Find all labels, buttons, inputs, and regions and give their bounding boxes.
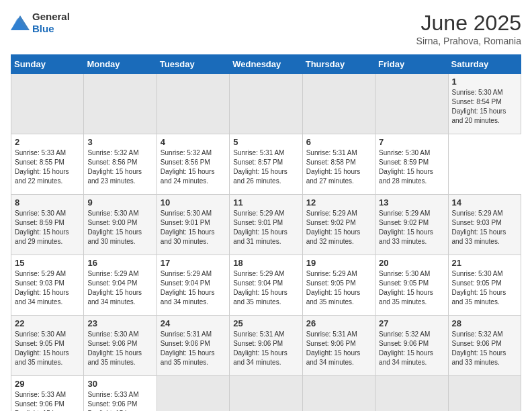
calendar-cell bbox=[11, 74, 84, 134]
day-info: Sunrise: 5:31 AMSunset: 9:06 PMDaylight:… bbox=[233, 330, 287, 366]
day-number: 12 bbox=[306, 197, 371, 208]
day-number: 27 bbox=[379, 318, 444, 328]
day-info: Sunrise: 5:33 AMSunset: 9:06 PMDaylight:… bbox=[15, 391, 69, 411]
weekday-header: Sunday bbox=[11, 55, 84, 74]
day-info: Sunrise: 5:30 AMSunset: 8:59 PMDaylight:… bbox=[15, 210, 69, 245]
calendar-cell: 18 Sunrise: 5:29 AMSunset: 9:04 PMDaylig… bbox=[230, 255, 302, 316]
calendar-cell: 15 Sunrise: 5:29 AMSunset: 9:03 PMDaylig… bbox=[11, 255, 84, 316]
day-info: Sunrise: 5:32 AMSunset: 8:56 PMDaylight:… bbox=[87, 149, 142, 185]
calendar-cell bbox=[230, 376, 302, 412]
calendar-cell: 4 Sunrise: 5:32 AMSunset: 8:56 PMDayligh… bbox=[157, 134, 229, 195]
day-number: 24 bbox=[161, 318, 226, 328]
day-number: 22 bbox=[15, 318, 80, 328]
calendar-cell: 6 Sunrise: 5:31 AMSunset: 8:58 PMDayligh… bbox=[302, 134, 375, 195]
day-number: 10 bbox=[161, 197, 226, 208]
logo-general: General bbox=[32, 11, 70, 22]
day-number: 1 bbox=[452, 77, 517, 87]
day-number: 15 bbox=[15, 258, 80, 268]
location: Sirna, Prahova, Romania bbox=[416, 36, 521, 46]
day-number: 13 bbox=[379, 197, 444, 208]
day-number: 21 bbox=[452, 258, 517, 268]
calendar-table: SundayMondayTuesdayWednesdayThursdayFrid… bbox=[11, 54, 521, 411]
calendar-cell bbox=[375, 376, 448, 412]
day-info: Sunrise: 5:30 AMSunset: 9:05 PMDaylight:… bbox=[452, 270, 506, 306]
logo-icon bbox=[11, 15, 30, 30]
day-info: Sunrise: 5:30 AMSunset: 9:01 PMDaylight:… bbox=[161, 210, 215, 245]
day-number: 20 bbox=[379, 258, 444, 268]
day-info: Sunrise: 5:29 AMSunset: 9:04 PMDaylight:… bbox=[233, 270, 287, 306]
calendar-cell: 2 Sunrise: 5:33 AMSunset: 8:55 PMDayligh… bbox=[11, 134, 84, 195]
day-number: 4 bbox=[161, 137, 226, 147]
day-number: 7 bbox=[379, 137, 444, 147]
calendar-cell: 1 Sunrise: 5:30 AMSunset: 8:54 PMDayligh… bbox=[448, 74, 521, 134]
day-number: 9 bbox=[87, 197, 152, 208]
calendar-cell: 22 Sunrise: 5:30 AMSunset: 9:05 PMDaylig… bbox=[11, 316, 84, 376]
day-number: 5 bbox=[233, 137, 298, 147]
calendar-cell: 17 Sunrise: 5:29 AMSunset: 9:04 PMDaylig… bbox=[157, 255, 229, 316]
calendar-cell bbox=[448, 376, 521, 412]
calendar-cell: 25 Sunrise: 5:31 AMSunset: 9:06 PMDaylig… bbox=[230, 316, 302, 376]
day-number: 23 bbox=[87, 318, 152, 328]
day-number: 2 bbox=[15, 137, 80, 147]
calendar-cell bbox=[84, 74, 157, 134]
day-info: Sunrise: 5:30 AMSunset: 9:00 PMDaylight:… bbox=[87, 210, 142, 245]
calendar-cell bbox=[157, 376, 229, 412]
day-info: Sunrise: 5:33 AMSunset: 9:06 PMDaylight:… bbox=[87, 391, 142, 411]
day-info: Sunrise: 5:29 AMSunset: 9:04 PMDaylight:… bbox=[161, 270, 215, 306]
calendar-cell: 26 Sunrise: 5:31 AMSunset: 9:06 PMDaylig… bbox=[302, 316, 375, 376]
calendar-cell: 10 Sunrise: 5:30 AMSunset: 9:01 PMDaylig… bbox=[157, 195, 229, 255]
calendar-cell: 16 Sunrise: 5:29 AMSunset: 9:04 PMDaylig… bbox=[84, 255, 157, 316]
calendar-cell: 14 Sunrise: 5:29 AMSunset: 9:03 PMDaylig… bbox=[448, 195, 521, 255]
day-info: Sunrise: 5:31 AMSunset: 8:57 PMDaylight:… bbox=[233, 149, 287, 185]
day-info: Sunrise: 5:31 AMSunset: 8:58 PMDaylight:… bbox=[306, 149, 361, 185]
day-info: Sunrise: 5:31 AMSunset: 9:06 PMDaylight:… bbox=[306, 330, 361, 366]
calendar-cell bbox=[157, 74, 229, 134]
day-number: 26 bbox=[306, 318, 371, 328]
day-number: 18 bbox=[233, 258, 298, 268]
day-number: 29 bbox=[15, 379, 80, 389]
day-number: 17 bbox=[161, 258, 226, 268]
weekday-header: Saturday bbox=[448, 55, 521, 74]
calendar-cell: 3 Sunrise: 5:32 AMSunset: 8:56 PMDayligh… bbox=[84, 134, 157, 195]
day-info: Sunrise: 5:29 AMSunset: 9:05 PMDaylight:… bbox=[306, 270, 361, 306]
calendar-cell: 8 Sunrise: 5:30 AMSunset: 8:59 PMDayligh… bbox=[11, 195, 84, 255]
weekday-header: Thursday bbox=[302, 55, 375, 74]
day-number: 25 bbox=[233, 318, 298, 328]
day-info: Sunrise: 5:29 AMSunset: 9:03 PMDaylight:… bbox=[15, 270, 69, 306]
day-number: 8 bbox=[15, 197, 80, 208]
calendar-cell: 11 Sunrise: 5:29 AMSunset: 9:01 PMDaylig… bbox=[230, 195, 302, 255]
month-title: June 2025 bbox=[416, 11, 521, 36]
weekday-header: Tuesday bbox=[157, 55, 229, 74]
day-info: Sunrise: 5:31 AMSunset: 9:06 PMDaylight:… bbox=[161, 330, 215, 366]
calendar-cell bbox=[302, 74, 375, 134]
day-number: 14 bbox=[452, 197, 517, 208]
calendar-cell: 5 Sunrise: 5:31 AMSunset: 8:57 PMDayligh… bbox=[230, 134, 302, 195]
day-info: Sunrise: 5:30 AMSunset: 8:54 PMDaylight:… bbox=[452, 89, 506, 124]
calendar-cell bbox=[302, 376, 375, 412]
calendar-cell bbox=[375, 74, 448, 134]
day-info: Sunrise: 5:29 AMSunset: 9:02 PMDaylight:… bbox=[306, 210, 361, 245]
calendar-cell: 9 Sunrise: 5:30 AMSunset: 9:00 PMDayligh… bbox=[84, 195, 157, 255]
weekday-header: Monday bbox=[84, 55, 157, 74]
day-info: Sunrise: 5:30 AMSunset: 9:05 PMDaylight:… bbox=[15, 330, 69, 366]
weekday-header: Wednesday bbox=[230, 55, 302, 74]
day-info: Sunrise: 5:32 AMSunset: 8:56 PMDaylight:… bbox=[161, 149, 215, 185]
day-info: Sunrise: 5:30 AMSunset: 9:05 PMDaylight:… bbox=[379, 270, 433, 306]
calendar-cell: 21 Sunrise: 5:30 AMSunset: 9:05 PMDaylig… bbox=[448, 255, 521, 316]
day-info: Sunrise: 5:30 AMSunset: 8:59 PMDaylight:… bbox=[379, 149, 433, 185]
title-block: June 2025 Sirna, Prahova, Romania bbox=[416, 11, 521, 46]
logo-blue: Blue bbox=[32, 23, 54, 34]
day-info: Sunrise: 5:30 AMSunset: 9:06 PMDaylight:… bbox=[87, 330, 142, 366]
day-info: Sunrise: 5:29 AMSunset: 9:02 PMDaylight:… bbox=[379, 210, 433, 245]
day-number: 16 bbox=[87, 258, 152, 268]
day-number: 30 bbox=[87, 379, 152, 389]
day-number: 6 bbox=[306, 137, 371, 147]
day-number: 19 bbox=[306, 258, 371, 268]
calendar-cell: 29 Sunrise: 5:33 AMSunset: 9:06 PMDaylig… bbox=[11, 376, 84, 412]
calendar-cell: 12 Sunrise: 5:29 AMSunset: 9:02 PMDaylig… bbox=[302, 195, 375, 255]
day-number: 11 bbox=[233, 197, 298, 208]
day-info: Sunrise: 5:33 AMSunset: 8:55 PMDaylight:… bbox=[15, 149, 69, 185]
calendar-cell bbox=[230, 74, 302, 134]
calendar-cell: 24 Sunrise: 5:31 AMSunset: 9:06 PMDaylig… bbox=[157, 316, 229, 376]
calendar-cell: 7 Sunrise: 5:30 AMSunset: 8:59 PMDayligh… bbox=[375, 134, 448, 195]
